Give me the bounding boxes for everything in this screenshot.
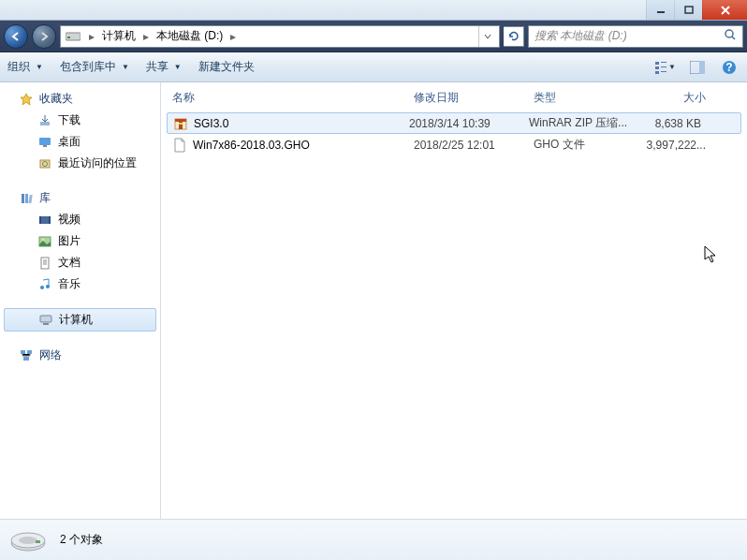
svg-rect-9 — [655, 71, 659, 74]
drive-large-icon — [7, 526, 49, 554]
status-object-count: 2 个对象 — [60, 532, 103, 548]
sidebar-item-pictures[interactable]: 图片 — [0, 230, 160, 252]
svg-rect-6 — [661, 62, 666, 63]
help-icon: ? — [722, 60, 737, 75]
column-size[interactable]: 大小 — [638, 90, 706, 106]
svg-rect-1 — [685, 7, 693, 13]
main-area: 收藏夹 下载 桌面 最近访问的位置 库 视频 — [0, 82, 747, 519]
window-titlebar — [0, 0, 747, 21]
svg-rect-21 — [25, 194, 28, 203]
sidebar-item-documents[interactable]: 文档 — [0, 252, 160, 273]
file-row[interactable]: SGI3.02018/3/14 10:39WinRAR ZIP 压缩...8,6… — [167, 112, 741, 134]
organize-menu[interactable]: 组织▼ — [7, 59, 43, 75]
column-date[interactable]: 修改日期 — [414, 90, 534, 106]
minimize-icon — [656, 6, 666, 15]
breadcrumb-computer[interactable]: 计算机 — [98, 26, 139, 47]
arrow-right-icon — [38, 31, 50, 42]
svg-rect-20 — [22, 194, 24, 203]
close-button[interactable] — [702, 0, 747, 20]
share-menu[interactable]: 共享▼ — [146, 59, 182, 75]
preview-pane-icon — [690, 61, 705, 74]
close-icon — [720, 5, 731, 16]
view-options-button[interactable]: ▼ — [655, 57, 676, 78]
picture-icon — [37, 234, 52, 249]
column-type[interactable]: 类型 — [534, 90, 638, 106]
view-list-icon — [655, 61, 666, 74]
chevron-down-icon: ▼ — [174, 63, 182, 71]
back-button[interactable] — [4, 24, 28, 49]
archive-icon — [173, 116, 188, 131]
svg-rect-25 — [49, 216, 51, 224]
column-headers: 名称 修改日期 类型 大小 — [161, 82, 747, 112]
address-dropdown[interactable] — [478, 26, 495, 47]
svg-point-29 — [40, 286, 44, 289]
breadcrumb-drive[interactable]: 本地磁盘 (D:) — [153, 26, 227, 47]
address-bar[interactable]: ▸ 计算机 ▸ 本地磁盘 (D:) ▸ — [60, 25, 500, 48]
search-input[interactable]: 搜索 本地磁盘 (D:) — [528, 25, 743, 48]
svg-rect-24 — [39, 216, 41, 224]
file-name: SGI3.0 — [194, 117, 228, 130]
video-icon — [37, 213, 52, 228]
svg-text:?: ? — [725, 61, 732, 74]
file-name: Win7x86-2018.03.GHO — [193, 139, 310, 152]
svg-rect-0 — [657, 11, 665, 13]
svg-rect-34 — [27, 350, 32, 354]
svg-rect-43 — [36, 540, 40, 543]
navigation-bar: ▸ 计算机 ▸ 本地磁盘 (D:) ▸ 搜索 本地磁盘 (D:) — [0, 21, 747, 52]
preview-pane-button[interactable] — [687, 57, 708, 78]
svg-rect-32 — [43, 323, 49, 325]
breadcrumb-separator-icon: ▸ — [143, 30, 149, 43]
breadcrumb-separator-icon: ▸ — [89, 30, 95, 43]
file-list-pane: 名称 修改日期 类型 大小 SGI3.02018/3/14 10:39WinRA… — [161, 82, 747, 519]
download-icon — [37, 113, 52, 128]
favorites-header[interactable]: 收藏夹 — [0, 88, 160, 110]
include-in-library-menu[interactable]: 包含到库中▼ — [60, 59, 129, 75]
svg-rect-16 — [39, 138, 51, 145]
sidebar-item-computer[interactable]: 计算机 — [4, 308, 156, 332]
svg-point-42 — [19, 537, 37, 544]
sidebar-item-videos[interactable]: 视频 — [0, 209, 160, 230]
network-header[interactable]: 网络 — [0, 345, 160, 366]
refresh-icon — [507, 30, 520, 43]
toolbar: 组织▼ 包含到库中▼ 共享▼ 新建文件夹 ▼ ? — [0, 52, 747, 82]
svg-rect-5 — [655, 62, 659, 65]
chevron-down-icon: ▼ — [122, 63, 129, 71]
maximize-button[interactable] — [674, 0, 702, 20]
file-type: WinRAR ZIP 压缩... — [529, 115, 634, 131]
drive-icon — [65, 30, 81, 43]
refresh-button[interactable] — [504, 26, 524, 47]
file-size: 8,638 KB — [634, 117, 701, 130]
star-icon — [19, 92, 34, 107]
svg-rect-8 — [661, 66, 666, 67]
search-icon — [724, 28, 737, 44]
svg-rect-7 — [655, 66, 659, 69]
status-bar: 2 个对象 — [0, 519, 747, 560]
file-row[interactable]: Win7x86-2018.03.GHO2018/2/25 12:01GHO 文件… — [161, 134, 747, 155]
sidebar-item-recent[interactable]: 最近访问的位置 — [0, 153, 160, 174]
breadcrumb-separator-icon: ▸ — [230, 30, 236, 43]
recent-icon — [37, 156, 52, 171]
sidebar-item-music[interactable]: 音乐 — [0, 273, 160, 295]
network-icon — [19, 348, 34, 363]
svg-rect-33 — [21, 350, 25, 354]
new-folder-button[interactable]: 新建文件夹 — [198, 59, 255, 75]
chevron-down-icon: ▼ — [668, 63, 676, 71]
search-placeholder: 搜索 本地磁盘 (D:) — [535, 28, 627, 44]
svg-rect-22 — [28, 194, 32, 202]
music-icon — [37, 277, 52, 292]
file-icon — [172, 138, 187, 153]
svg-rect-28 — [41, 258, 49, 269]
sidebar-item-downloads[interactable]: 下载 — [0, 110, 160, 131]
column-name[interactable]: 名称 — [172, 90, 414, 106]
forward-button[interactable] — [32, 24, 56, 49]
maximize-icon — [684, 6, 694, 15]
minimize-button[interactable] — [646, 0, 674, 20]
libraries-header[interactable]: 库 — [0, 187, 160, 209]
file-date: 2018/2/25 12:01 — [414, 139, 534, 152]
sidebar-item-desktop[interactable]: 桌面 — [0, 131, 160, 153]
chevron-down-icon — [484, 33, 491, 40]
svg-rect-12 — [699, 61, 705, 74]
svg-rect-39 — [179, 123, 183, 125]
navigation-tree: 收藏夹 下载 桌面 最近访问的位置 库 视频 — [0, 82, 161, 519]
help-button[interactable]: ? — [719, 57, 740, 78]
